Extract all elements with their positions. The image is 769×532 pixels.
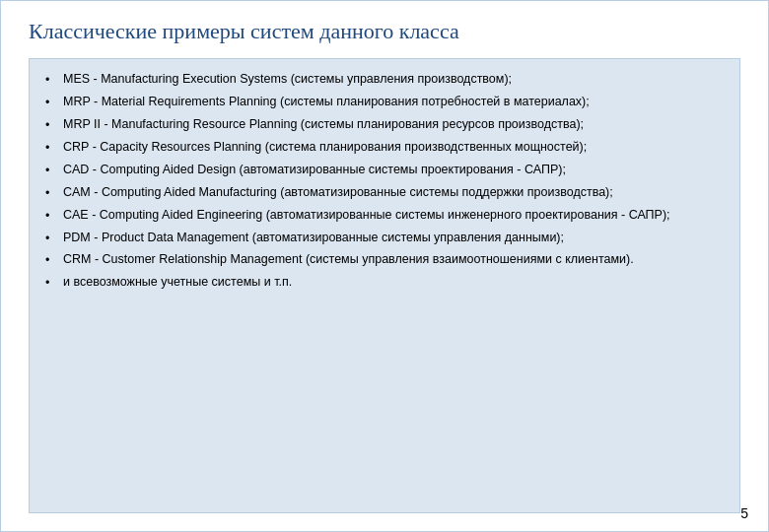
list-item: •PDM - Product Data Management (автомати…	[45, 230, 724, 247]
bullet-icon: •	[45, 252, 59, 269]
bullet-icon: •	[45, 208, 59, 225]
item-text: и всевозможные учетные системы и т.п.	[63, 274, 724, 291]
item-text: MRP II - Manufacturing Resource Planning…	[63, 116, 724, 133]
list-item: •CAE - Computing Aided Engineering (авто…	[45, 207, 724, 225]
content-area: •MES - Manufacturing Execution Systems (…	[29, 58, 740, 513]
list-item: •CRP - Capacity Resources Planning (сист…	[45, 139, 724, 157]
slide: Классические примеры систем данного клас…	[0, 0, 769, 532]
list-item: •MRP II - Manufacturing Resource Plannin…	[45, 116, 724, 134]
list-item: •MES - Manufacturing Execution Systems (…	[45, 71, 724, 89]
bullet-icon: •	[45, 185, 59, 202]
items-list: •MES - Manufacturing Execution Systems (…	[45, 71, 724, 292]
page-number: 5	[740, 505, 748, 521]
bullet-icon: •	[45, 275, 59, 292]
bullet-icon: •	[45, 95, 59, 111]
item-text: CRM - Customer Relationship Management (…	[63, 251, 724, 268]
bullet-icon: •	[45, 140, 59, 157]
item-text: CAD - Computing Aided Design (автоматизи…	[63, 162, 724, 178]
item-text: CAM - Computing Aided Manufacturing (авт…	[63, 184, 724, 201]
bullet-icon: •	[45, 231, 59, 247]
list-item: •CRM - Customer Relationship Management …	[45, 251, 724, 269]
bullet-icon: •	[45, 72, 59, 89]
list-item: •CAM - Computing Aided Manufacturing (ав…	[45, 184, 724, 202]
item-text: MES - Manufacturing Execution Systems (с…	[63, 71, 724, 88]
item-text: CAE - Computing Aided Engineering (автом…	[63, 207, 724, 224]
item-text: CRP - Capacity Resources Planning (систе…	[63, 139, 724, 156]
item-text: MRP - Material Requirements Planning (си…	[63, 94, 724, 110]
item-text: PDM - Product Data Management (автоматиз…	[63, 230, 724, 246]
bullet-icon: •	[45, 163, 59, 179]
bullet-icon: •	[45, 117, 59, 134]
list-item: •CAD - Computing Aided Design (автоматиз…	[45, 162, 724, 179]
list-item: •MRP - Material Requirements Planning (с…	[45, 94, 724, 111]
list-item: •и всевозможные учетные системы и т.п.	[45, 274, 724, 292]
slide-title: Классические примеры систем данного клас…	[29, 19, 740, 44]
